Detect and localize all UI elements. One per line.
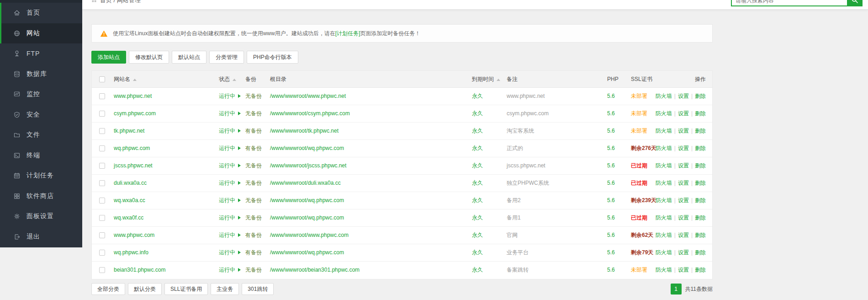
row-checkbox[interactable] bbox=[99, 145, 105, 151]
site-backup-link[interactable]: 无备份 bbox=[245, 209, 262, 226]
row-checkbox[interactable] bbox=[99, 215, 105, 221]
site-backup-link[interactable]: 有备份 bbox=[245, 140, 262, 157]
site-root-link[interactable]: /www/wwwroot/www.phpwc.com bbox=[270, 227, 349, 244]
site-status[interactable]: 运行中 bbox=[219, 157, 241, 174]
site-status[interactable]: 运行中 bbox=[219, 209, 241, 226]
site-name-link[interactable]: wq.phpwc.info bbox=[114, 244, 148, 261]
action-delete[interactable]: 删除 bbox=[695, 232, 706, 238]
action-firewall[interactable]: 防火墙 bbox=[656, 180, 672, 186]
site-root-link[interactable]: /www/wwwroot/beian301.phpwc.com bbox=[270, 262, 360, 279]
row-checkbox[interactable] bbox=[99, 232, 105, 238]
site-status[interactable]: 运行中 bbox=[219, 192, 241, 209]
category-301-redirect-button[interactable]: 301跳转 bbox=[242, 283, 274, 295]
site-expire[interactable]: 永久 bbox=[472, 244, 483, 261]
action-settings[interactable]: 设置 bbox=[678, 267, 689, 273]
action-delete[interactable]: 删除 bbox=[695, 162, 706, 169]
site-expire[interactable]: 永久 bbox=[472, 227, 483, 244]
site-backup-link[interactable]: 无备份 bbox=[245, 192, 262, 209]
site-name-link[interactable]: www.phpwc.net bbox=[114, 88, 152, 105]
site-backup-link[interactable]: 有备份 bbox=[245, 227, 262, 244]
site-ssl-status[interactable]: 剩余79天 bbox=[631, 244, 653, 261]
site-backup-link[interactable]: 无备份 bbox=[245, 157, 262, 174]
site-root-link[interactable]: /www/wwwroot/wq.phpwc.com bbox=[270, 192, 344, 209]
row-checkbox[interactable] bbox=[99, 267, 105, 273]
column-header-expire[interactable]: 到期时间 bbox=[472, 71, 500, 88]
action-settings[interactable]: 设置 bbox=[678, 110, 689, 117]
site-name-link[interactable]: wq.wxa0f.cc bbox=[114, 209, 143, 226]
search-input[interactable] bbox=[731, 0, 847, 6]
row-checkbox[interactable] bbox=[99, 128, 105, 134]
row-checkbox[interactable] bbox=[99, 93, 105, 99]
action-settings[interactable]: 设置 bbox=[678, 197, 689, 204]
site-ssl-status[interactable]: 剩余62天 bbox=[631, 227, 653, 244]
action-settings[interactable]: 设置 bbox=[678, 232, 689, 238]
select-all-checkbox[interactable] bbox=[99, 76, 105, 82]
site-expire[interactable]: 永久 bbox=[472, 140, 483, 157]
site-backup-link[interactable]: 无备份 bbox=[245, 88, 262, 105]
sidebar-item-cron[interactable]: 计划任务 bbox=[0, 166, 82, 186]
action-settings[interactable]: 设置 bbox=[678, 162, 689, 169]
category-main-business-button[interactable]: 主业务 bbox=[211, 283, 239, 295]
site-backup-link[interactable]: 无备份 bbox=[245, 175, 262, 192]
site-status[interactable]: 运行中 bbox=[219, 262, 241, 279]
action-settings[interactable]: 设置 bbox=[678, 93, 689, 99]
action-settings[interactable]: 设置 bbox=[678, 249, 689, 256]
site-name-link[interactable]: duli.wxa0a.cc bbox=[114, 175, 147, 192]
site-status[interactable]: 运行中 bbox=[219, 105, 241, 122]
action-firewall[interactable]: 防火墙 bbox=[656, 232, 672, 238]
action-delete[interactable]: 删除 bbox=[695, 180, 706, 186]
site-root-link[interactable]: /www/wwwroot/www.phpwc.net bbox=[270, 88, 346, 105]
action-delete[interactable]: 删除 bbox=[695, 110, 706, 117]
site-status[interactable]: 运行中 bbox=[219, 227, 241, 244]
site-ssl-status[interactable]: 未部署 bbox=[631, 88, 647, 105]
column-header-name[interactable]: 网站名 bbox=[114, 71, 137, 88]
php-cli-version-button[interactable]: PHP命令行版本 bbox=[247, 51, 298, 64]
site-expire[interactable]: 永久 bbox=[472, 209, 483, 226]
row-checkbox[interactable] bbox=[99, 198, 105, 204]
action-delete[interactable]: 删除 bbox=[695, 93, 706, 99]
action-delete[interactable]: 删除 bbox=[695, 214, 706, 221]
action-delete[interactable]: 删除 bbox=[695, 267, 706, 273]
site-status[interactable]: 运行中 bbox=[219, 140, 241, 157]
site-expire[interactable]: 永久 bbox=[472, 192, 483, 209]
site-status[interactable]: 运行中 bbox=[219, 244, 241, 261]
action-settings[interactable]: 设置 bbox=[678, 128, 689, 134]
site-root-link[interactable]: /www/wwwroot/wq.phpwc.com bbox=[270, 244, 344, 261]
site-name-link[interactable]: wq.wxa0a.cc bbox=[114, 192, 145, 209]
sidebar-item-security[interactable]: 安全 bbox=[0, 105, 82, 125]
category-all-button[interactable]: 全部分类 bbox=[91, 283, 125, 295]
row-checkbox[interactable] bbox=[99, 111, 105, 117]
action-firewall[interactable]: 防火墙 bbox=[656, 197, 672, 204]
site-ssl-status[interactable]: 未部署 bbox=[631, 123, 647, 139]
action-firewall[interactable]: 防火墙 bbox=[656, 267, 672, 273]
breadcrumb[interactable]: 首页 / 网站管理 bbox=[91, 0, 141, 5]
action-firewall[interactable]: 防火墙 bbox=[656, 145, 672, 151]
action-settings[interactable]: 设置 bbox=[678, 180, 689, 186]
row-checkbox[interactable] bbox=[99, 163, 105, 169]
site-root-link[interactable]: /www/wwwroot/wq.phpwc.com bbox=[270, 140, 344, 157]
site-name-link[interactable]: wq.phpwc.com bbox=[114, 140, 150, 157]
sidebar-item-files[interactable]: 文件 bbox=[0, 125, 82, 145]
row-checkbox[interactable] bbox=[99, 180, 105, 186]
action-firewall[interactable]: 防火墙 bbox=[656, 93, 672, 99]
site-backup-link[interactable]: 无备份 bbox=[245, 262, 262, 279]
action-settings[interactable]: 设置 bbox=[678, 145, 689, 151]
sidebar-item-appstore[interactable]: 软件商店 bbox=[0, 186, 82, 207]
site-ssl-status[interactable]: 未部署 bbox=[631, 105, 647, 122]
site-name-link[interactable]: tk.phpwc.net bbox=[114, 123, 144, 139]
sidebar-item-terminal[interactable]: 终端 bbox=[0, 145, 82, 166]
sidebar-item-database[interactable]: 数据库 bbox=[0, 64, 82, 85]
site-name-link[interactable]: www.phpwc.com bbox=[114, 227, 154, 244]
site-name-link[interactable]: beian301.phpwc.com bbox=[114, 262, 165, 279]
sidebar-item-ftp[interactable]: FTP bbox=[0, 43, 82, 64]
add-site-button[interactable]: 添加站点 bbox=[91, 51, 126, 64]
action-settings[interactable]: 设置 bbox=[678, 214, 689, 221]
action-firewall[interactable]: 防火墙 bbox=[656, 128, 672, 134]
sidebar-item-logout[interactable]: 退出 bbox=[0, 227, 82, 247]
category-ssl-backup-button[interactable]: SLL证书备用 bbox=[164, 283, 208, 295]
sidebar-item-sites[interactable]: 网站 bbox=[0, 23, 82, 44]
site-expire[interactable]: 永久 bbox=[472, 175, 483, 192]
action-delete[interactable]: 删除 bbox=[695, 145, 706, 151]
site-backup-link[interactable]: 无备份 bbox=[245, 105, 262, 122]
sidebar-item-home[interactable]: 首页 bbox=[0, 3, 82, 23]
